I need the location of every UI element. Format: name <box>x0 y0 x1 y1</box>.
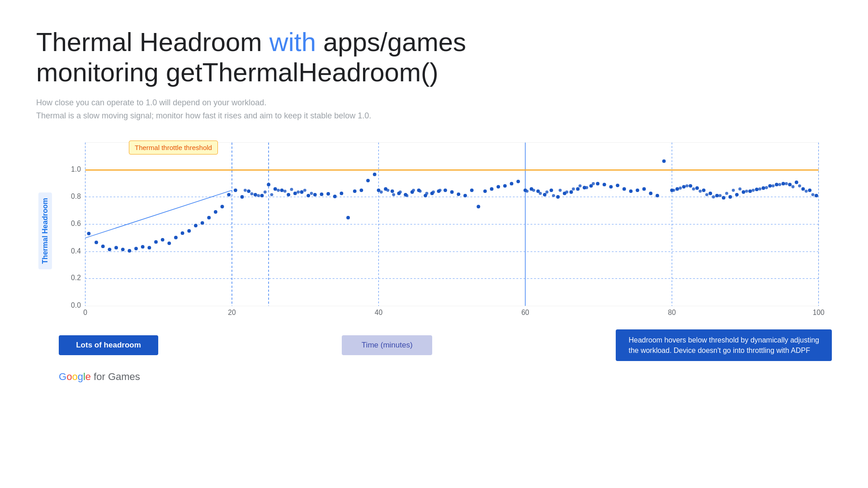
svg-point-162 <box>545 191 548 194</box>
svg-point-27 <box>87 232 91 235</box>
svg-point-177 <box>718 194 722 197</box>
title-section: Thermal Headroom with apps/games monitor… <box>36 27 832 87</box>
svg-point-170 <box>672 189 675 192</box>
title-highlight: with <box>269 27 316 56</box>
chart-svg: 1.0 0.8 0.6 0.4 0.2 0.0 0 20 40 60 80 10… <box>59 136 832 326</box>
svg-point-136 <box>808 188 811 192</box>
svg-point-161 <box>539 192 542 195</box>
svg-point-166 <box>572 188 575 191</box>
svg-point-91 <box>510 182 514 186</box>
svg-point-59 <box>300 190 304 194</box>
svg-point-28 <box>94 240 98 244</box>
svg-text:20: 20 <box>228 309 236 316</box>
google-logo-area: Google for Games <box>36 371 832 383</box>
svg-point-48 <box>227 193 231 197</box>
svg-point-62 <box>320 192 323 196</box>
svg-point-138 <box>244 189 247 192</box>
svg-point-167 <box>579 184 582 188</box>
google-o2: o <box>72 371 77 382</box>
svg-point-154 <box>412 189 415 192</box>
svg-point-110 <box>636 188 639 192</box>
svg-point-111 <box>642 187 646 191</box>
svg-point-101 <box>576 187 580 191</box>
svg-text:40: 40 <box>375 309 383 316</box>
svg-point-178 <box>725 192 728 195</box>
svg-point-92 <box>516 180 520 183</box>
svg-point-183 <box>758 188 761 191</box>
svg-text:0.8: 0.8 <box>71 192 81 200</box>
svg-point-81 <box>443 188 447 192</box>
svg-point-140 <box>257 194 260 197</box>
svg-point-124 <box>728 195 732 199</box>
google-o1: o <box>66 371 72 382</box>
svg-point-152 <box>399 191 402 194</box>
svg-point-144 <box>283 190 287 193</box>
svg-point-135 <box>802 187 805 191</box>
svg-point-132 <box>782 182 785 186</box>
svg-point-57 <box>287 193 290 197</box>
svg-point-169 <box>592 182 595 185</box>
for-games-text: for Games <box>94 371 140 382</box>
svg-point-60 <box>307 194 310 197</box>
svg-point-98 <box>556 195 560 199</box>
svg-point-174 <box>698 190 702 193</box>
svg-point-142 <box>270 193 274 196</box>
svg-point-176 <box>712 195 715 198</box>
title-line2: monitoring getThermalHeadroom() <box>36 57 832 88</box>
svg-point-44 <box>201 221 204 225</box>
svg-point-134 <box>795 181 798 184</box>
svg-point-65 <box>340 192 343 195</box>
svg-point-157 <box>432 191 435 194</box>
chart-wrapper: Thermal Headroom Thermal throttle thresh… <box>36 136 832 326</box>
svg-point-143 <box>277 189 280 192</box>
svg-point-131 <box>775 183 778 186</box>
svg-point-64 <box>333 195 337 198</box>
svg-point-29 <box>101 244 105 248</box>
svg-point-146 <box>297 191 300 194</box>
svg-point-123 <box>722 196 726 200</box>
svg-point-106 <box>609 185 613 188</box>
svg-point-189 <box>798 184 801 188</box>
svg-point-116 <box>675 187 679 191</box>
svg-point-120 <box>702 188 706 192</box>
svg-point-104 <box>596 182 599 186</box>
svg-point-86 <box>476 205 480 208</box>
svg-point-165 <box>565 191 568 194</box>
svg-point-34 <box>134 247 138 250</box>
svg-point-182 <box>752 189 755 192</box>
svg-point-108 <box>623 187 626 191</box>
subtitle-section: How close you can operate to 1.0 will de… <box>36 96 832 122</box>
svg-point-31 <box>114 246 118 249</box>
throttle-annotation: Thermal throttle threshold <box>129 141 218 155</box>
lots-of-headroom-label: Lots of headroom <box>59 335 158 355</box>
svg-point-47 <box>221 205 224 208</box>
svg-text:100: 100 <box>813 309 825 316</box>
svg-point-149 <box>380 191 383 194</box>
svg-point-70 <box>373 173 377 176</box>
svg-point-158 <box>439 189 442 192</box>
svg-point-33 <box>127 249 131 253</box>
svg-point-151 <box>392 193 395 196</box>
svg-point-90 <box>503 184 507 188</box>
svg-point-159 <box>525 190 528 193</box>
svg-point-45 <box>207 216 211 220</box>
svg-point-37 <box>154 240 158 244</box>
svg-point-118 <box>689 184 692 188</box>
svg-point-84 <box>463 194 467 197</box>
svg-point-36 <box>147 246 151 249</box>
svg-point-122 <box>715 194 719 197</box>
svg-point-105 <box>603 183 606 186</box>
subtitle-line2: Thermal is a slow moving signal; monitor… <box>36 109 832 122</box>
svg-point-39 <box>167 241 171 245</box>
svg-point-179 <box>732 189 735 192</box>
google-g2: g <box>78 371 83 382</box>
svg-point-163 <box>552 194 555 197</box>
svg-point-181 <box>745 190 748 193</box>
svg-point-35 <box>141 245 145 249</box>
svg-text:0.6: 0.6 <box>71 220 81 227</box>
svg-text:0.2: 0.2 <box>71 274 81 282</box>
svg-point-41 <box>181 231 184 235</box>
svg-point-53 <box>260 194 264 197</box>
svg-point-88 <box>490 187 494 191</box>
bottom-labels-row: Lots of headroom Time (minutes) Headroom… <box>36 329 832 361</box>
